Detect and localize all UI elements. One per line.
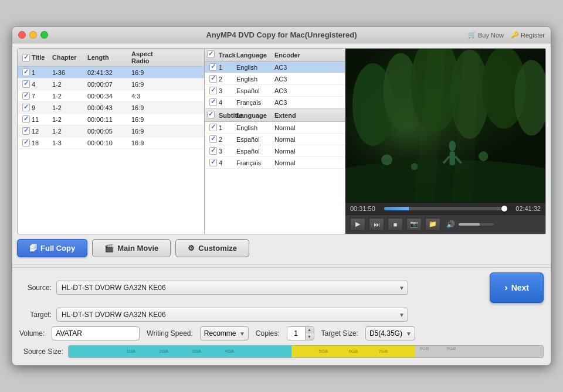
size-tick-7gb: 7GB xyxy=(378,349,388,354)
col-extend: Extend xyxy=(274,112,313,119)
subtitle-select-all[interactable] xyxy=(207,111,215,118)
track-encoder: AC3 xyxy=(274,76,313,83)
subtitle-extend: Normal xyxy=(274,159,313,166)
row-aspect: 16:9 xyxy=(131,128,172,135)
subtitle-extend: Normal xyxy=(274,124,313,131)
subtitle-table-header: Subtitle Language Extend xyxy=(205,108,345,122)
size-tick-9gb: 9GB xyxy=(447,346,456,351)
row-checkbox[interactable] xyxy=(22,139,30,146)
copies-down-button[interactable]: ▼ xyxy=(306,333,314,340)
col-language: Language xyxy=(236,52,274,59)
next-button[interactable]: › Next xyxy=(490,272,544,303)
next-chevron-icon: › xyxy=(504,282,507,293)
stop-button[interactable]: ■ xyxy=(388,218,403,231)
customize-button[interactable]: ⚙ Customize xyxy=(175,239,249,257)
preview-svg xyxy=(345,49,545,202)
row-checkbox[interactable] xyxy=(22,115,30,123)
folder-button[interactable]: 📁 xyxy=(425,218,440,231)
subtitle-num: 2 xyxy=(219,136,236,143)
subtitle-checkbox[interactable] xyxy=(209,135,217,143)
row-checkbox[interactable] xyxy=(22,127,30,135)
preview-image xyxy=(345,49,545,202)
row-checkbox[interactable] xyxy=(22,80,30,88)
progress-bar[interactable] xyxy=(384,207,507,210)
title-table-row[interactable]: 1 1-36 02:41:32 16:9 xyxy=(18,67,204,79)
row-title-num: 12 xyxy=(32,128,52,135)
target-size-wrapper: D5(4.35G) D9(8.5G) ▼ xyxy=(365,326,415,340)
track-table-row[interactable]: 4 Français AC3 xyxy=(205,97,345,108)
col-track: Track xyxy=(219,52,236,59)
window-title: AnyMP4 DVD Copy for Mac(Unregistered) xyxy=(206,30,357,39)
track-language: Français xyxy=(236,99,274,106)
track-checkbox[interactable] xyxy=(209,87,217,94)
subtitle-table-row[interactable]: 3 Español Normal xyxy=(205,145,345,157)
screenshot-button[interactable]: 📷 xyxy=(406,218,422,231)
track-checkbox[interactable] xyxy=(209,63,217,71)
row-title-num: 11 xyxy=(32,116,52,123)
fast-forward-button[interactable]: ⏭ xyxy=(369,218,384,231)
volume-slider[interactable] xyxy=(459,223,494,226)
source-label: Source: xyxy=(19,284,52,292)
col-encoder: Encoder xyxy=(274,52,313,59)
progress-thumb xyxy=(501,206,507,212)
traffic-lights xyxy=(18,31,48,39)
title-table-row[interactable]: 7 1-2 00:00:34 4:3 xyxy=(18,90,204,102)
row-chapter: 1-2 xyxy=(52,128,87,135)
subtitle-table-row[interactable]: 1 English Normal xyxy=(205,122,345,134)
writing-speed-select[interactable]: Recomme Max Min xyxy=(200,326,249,340)
col-sub-language: Language xyxy=(236,112,274,119)
subtitle-language: English xyxy=(236,124,274,131)
full-copy-button[interactable]: 🗐 Full Copy xyxy=(17,239,87,257)
title-table-row[interactable]: 18 1-3 00:00:10 16:9 xyxy=(18,137,204,149)
track-checkbox[interactable] xyxy=(209,98,217,106)
maximize-button[interactable] xyxy=(40,31,48,39)
subtitle-checkbox[interactable] xyxy=(209,147,217,155)
title-rows-container: 1 1-36 02:41:32 16:9 4 1-2 00:00:07 16:9… xyxy=(18,67,204,149)
subtitle-num: 4 xyxy=(219,159,236,166)
size-bar-segment-gray: 8GB 9GB xyxy=(415,346,543,357)
track-table-row[interactable]: 1 English AC3 xyxy=(205,62,345,73)
subtitle-checkbox[interactable] xyxy=(209,124,217,131)
copies-up-button[interactable]: ▲ xyxy=(306,326,314,333)
row-title-num: 9 xyxy=(32,104,52,111)
main-movie-button[interactable]: 🎬 Main Movie xyxy=(92,239,171,257)
target-select[interactable]: HL-DT-ST DVDRW GA32N KE06 xyxy=(56,308,408,322)
row-checkbox[interactable] xyxy=(22,92,30,100)
subtitle-checkbox[interactable] xyxy=(209,159,217,166)
subtitle-table-row[interactable]: 2 Español Normal xyxy=(205,134,345,145)
row-aspect: 16:9 xyxy=(131,139,172,146)
title-table-row[interactable]: 9 1-2 00:00:43 16:9 xyxy=(18,102,204,114)
divider xyxy=(12,264,551,265)
track-checkbox[interactable] xyxy=(209,75,217,83)
row-chapter: 1-2 xyxy=(52,104,87,111)
title-table-row[interactable]: 11 1-2 00:00:11 16:9 xyxy=(18,114,204,125)
copies-input[interactable] xyxy=(287,327,305,340)
row-checkbox[interactable] xyxy=(22,104,30,111)
action-buttons-row: 🗐 Full Copy 🎬 Main Movie ⚙ Customize xyxy=(12,234,551,262)
row-length: 00:00:43 xyxy=(87,104,131,111)
volume-input[interactable] xyxy=(52,326,140,340)
row-checkbox[interactable] xyxy=(22,69,30,76)
subtitle-rows-container: 1 English Normal 2 Español Normal 3 Espa… xyxy=(205,122,345,169)
spinner-buttons: ▲ ▼ xyxy=(305,326,314,340)
buy-now-button[interactable]: 🛒 Buy Now xyxy=(468,31,504,39)
copies-spinner[interactable]: ▲ ▼ xyxy=(287,326,314,340)
select-all-checkbox[interactable] xyxy=(22,54,30,62)
close-button[interactable] xyxy=(18,31,26,39)
register-button[interactable]: 🔑 Register xyxy=(511,31,545,39)
title-table-row[interactable]: 12 1-2 00:00:05 16:9 xyxy=(18,125,204,137)
subtitle-num: 3 xyxy=(219,148,236,155)
track-select-all[interactable] xyxy=(207,50,215,58)
source-select[interactable]: HL-DT-ST DVDRW GA32N KE06 xyxy=(56,281,408,295)
play-button[interactable]: ▶ xyxy=(350,218,365,231)
subtitle-table-row[interactable]: 4 Français Normal xyxy=(205,157,345,169)
progress-filled xyxy=(384,207,409,210)
minimize-button[interactable] xyxy=(29,31,37,39)
track-table-row[interactable]: 3 Español AC3 xyxy=(205,85,345,97)
title-table-row[interactable]: 4 1-2 00:00:07 16:9 xyxy=(18,79,204,90)
volume-label: Volume: xyxy=(19,329,45,338)
track-subtitle-panel: Track Language Encoder 1 English AC3 2 E… xyxy=(205,49,345,234)
track-table-row[interactable]: 2 English AC3 xyxy=(205,73,345,85)
target-label: Target: xyxy=(19,311,52,319)
target-size-select[interactable]: D5(4.35G) D9(8.5G) xyxy=(365,326,415,340)
